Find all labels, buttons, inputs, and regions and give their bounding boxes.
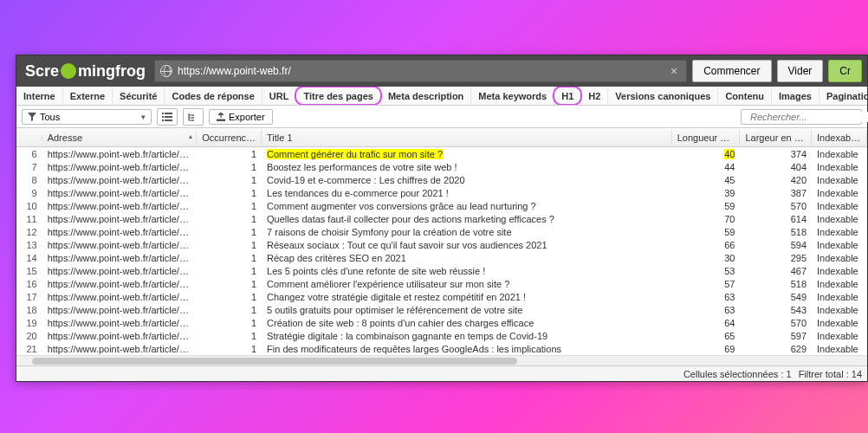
- cell-pixel-width: 374: [740, 149, 812, 159]
- tab-pagination[interactable]: Pagination: [819, 87, 867, 105]
- cell-occurrences: 1: [197, 227, 262, 237]
- table-row[interactable]: 11https://www.point-web.fr/article/show/…: [16, 212, 867, 225]
- cr-button[interactable]: Cr: [828, 60, 862, 82]
- list-view-button[interactable]: [157, 108, 178, 126]
- search-input[interactable]: [750, 112, 868, 122]
- cell-indexability: Indexable: [812, 331, 867, 341]
- col-pixel-width[interactable]: Largeur en pixels ...: [740, 130, 812, 145]
- cell-title: Quelles datas faut-il collecter pour des…: [262, 214, 672, 224]
- cell-pixel-width: 629: [740, 344, 812, 354]
- table-row[interactable]: 9https://www.point-web.fr/article/show/.…: [16, 186, 867, 199]
- cell-indexability: Indexable: [812, 149, 867, 159]
- clear-url-icon[interactable]: ×: [667, 64, 681, 78]
- cell-address: https://www.point-web.fr/article/show/..…: [42, 331, 198, 341]
- table-row[interactable]: 15https://www.point-web.fr/article/show/…: [16, 264, 867, 277]
- table-row[interactable]: 10https://www.point-web.fr/article/show/…: [16, 199, 867, 212]
- table-row[interactable]: 7https://www.point-web.fr/article/show/.…: [16, 160, 867, 173]
- cell-length: 69: [672, 344, 741, 354]
- table-row[interactable]: 16https://www.point-web.fr/article/show/…: [16, 277, 867, 290]
- cell-indexability: Indexable: [812, 279, 867, 289]
- cell-rownum: 6: [16, 149, 42, 159]
- tab-h2[interactable]: H2: [581, 87, 608, 105]
- table-row[interactable]: 14https://www.point-web.fr/article/show/…: [16, 251, 867, 264]
- tab-externe[interactable]: Externe: [63, 87, 113, 105]
- cell-occurrences: 1: [197, 266, 262, 276]
- grid-body: 6https://www.point-web.fr/article/show/.…: [16, 147, 867, 355]
- table-row[interactable]: 20https://www.point-web.fr/article/show/…: [16, 329, 867, 342]
- clear-button[interactable]: Vider: [777, 60, 824, 82]
- svg-point-6: [192, 114, 194, 116]
- cell-length: 70: [672, 214, 741, 224]
- cell-pixel-width: 387: [740, 188, 812, 198]
- table-row[interactable]: 13https://www.point-web.fr/article/show/…: [16, 238, 867, 251]
- filter-label: Tous: [40, 112, 60, 122]
- cell-length: 40: [672, 149, 741, 159]
- cell-occurrences: 1: [197, 253, 262, 263]
- tab-codes-de-réponse[interactable]: Codes de réponse: [165, 87, 262, 105]
- tab-meta-keywords[interactable]: Meta keywords: [471, 87, 554, 105]
- cell-address: https://www.point-web.fr/article/show/..…: [42, 214, 198, 224]
- tab-interne[interactable]: Interne: [16, 87, 63, 105]
- cell-title: Création de site web : 8 points d'un cah…: [262, 318, 672, 328]
- table-row[interactable]: 19https://www.point-web.fr/article/show/…: [16, 316, 867, 329]
- cell-occurrences: 1: [197, 344, 262, 354]
- svg-rect-0: [162, 113, 164, 114]
- col-indexability[interactable]: Indexabilité: [812, 130, 867, 145]
- col-address[interactable]: Adresse▴: [42, 130, 198, 145]
- svg-rect-5: [165, 120, 172, 121]
- grid-header: Adresse▴ Occurrences Title 1 Longueur du…: [16, 128, 867, 147]
- toolbar: Tous Exporter: [16, 106, 867, 128]
- cell-length: 66: [672, 240, 741, 250]
- tab-url[interactable]: URL: [262, 87, 297, 105]
- cell-title: Boostez les performances de votre site w…: [262, 162, 672, 172]
- search-box[interactable]: [741, 109, 862, 125]
- col-occurrences[interactable]: Occurrences: [197, 130, 262, 145]
- tree-view-button[interactable]: [183, 108, 204, 126]
- table-row[interactable]: 6https://www.point-web.fr/article/show/.…: [16, 147, 867, 160]
- tab-meta-description[interactable]: Meta description: [381, 87, 471, 105]
- table-row[interactable]: 17https://www.point-web.fr/article/show/…: [16, 290, 867, 303]
- tab-sécurité[interactable]: Sécurité: [113, 87, 165, 105]
- filter-dropdown[interactable]: Tous: [22, 109, 152, 125]
- table-row[interactable]: 12https://www.point-web.fr/article/show/…: [16, 225, 867, 238]
- cell-length: 59: [672, 227, 741, 237]
- table-row[interactable]: 18https://www.point-web.fr/article/show/…: [16, 303, 867, 316]
- cell-occurrences: 1: [197, 318, 262, 328]
- tab-h1[interactable]: H1: [554, 87, 581, 105]
- cell-address: https://www.point-web.fr/article/show/..…: [42, 279, 198, 289]
- svg-rect-1: [165, 113, 172, 114]
- cell-pixel-width: 518: [740, 227, 812, 237]
- export-icon: [217, 113, 225, 121]
- url-input[interactable]: [178, 65, 667, 77]
- cell-rownum: 20: [16, 331, 42, 341]
- table-row[interactable]: 21https://www.point-web.fr/article/show/…: [16, 342, 867, 355]
- tab-images[interactable]: Images: [772, 87, 819, 105]
- cell-indexability: Indexable: [812, 214, 867, 224]
- col-rownum[interactable]: [16, 135, 42, 140]
- col-title-length[interactable]: Longueur du Tit...: [672, 130, 741, 145]
- tab-bar: InterneExterneSécuritéCodes de réponseUR…: [16, 87, 867, 106]
- cell-address: https://www.point-web.fr/article/show/..…: [42, 344, 198, 354]
- url-bar[interactable]: ×: [154, 60, 687, 82]
- cell-occurrences: 1: [197, 292, 262, 302]
- cell-pixel-width: 594: [740, 240, 812, 250]
- horizontal-scrollbar[interactable]: [16, 355, 867, 365]
- tab-contenu[interactable]: Contenu: [718, 87, 772, 105]
- cell-address: https://www.point-web.fr/article/show/..…: [42, 201, 198, 211]
- cell-occurrences: 1: [197, 188, 262, 198]
- cell-occurrences: 1: [197, 175, 262, 185]
- cell-length: 57: [672, 279, 741, 289]
- export-button[interactable]: Exporter: [209, 109, 273, 125]
- tab-versions-canoniques[interactable]: Versions canoniques: [608, 87, 718, 105]
- cell-title: Covid-19 et e-commerce : Les chiffres de…: [262, 175, 672, 185]
- start-button[interactable]: Commencer: [692, 60, 771, 82]
- svg-rect-4: [162, 120, 164, 121]
- list-icon: [162, 113, 172, 121]
- cell-indexability: Indexable: [812, 253, 867, 263]
- cell-title: Changez votre stratégie digitale et rest…: [262, 292, 672, 302]
- col-title1[interactable]: Title 1: [262, 130, 672, 145]
- table-row[interactable]: 8https://www.point-web.fr/article/show/.…: [16, 173, 867, 186]
- tab-titre-des-pages[interactable]: Titre des pages: [296, 87, 381, 105]
- cell-occurrences: 1: [197, 162, 262, 172]
- globe-icon: [160, 65, 172, 77]
